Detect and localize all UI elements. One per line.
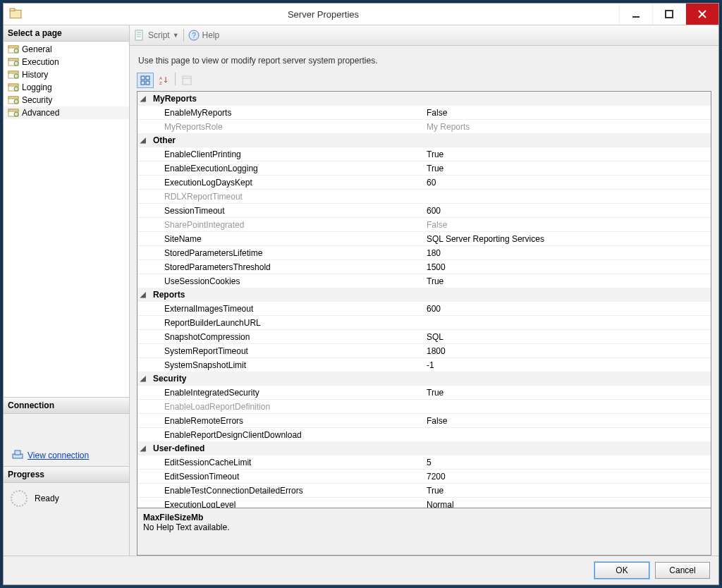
property-group[interactable]: ◢Other: [137, 133, 711, 147]
svg-point-23: [14, 112, 18, 116]
collapse-caret-icon[interactable]: ◢: [137, 290, 149, 298]
property-value[interactable]: True: [425, 486, 711, 496]
property-name: StoredParametersThreshold: [149, 262, 425, 272]
property-row[interactable]: EnableReportDesignClientDownload: [137, 427, 711, 441]
svg-text:Z: Z: [159, 81, 162, 85]
property-pages-button[interactable]: [178, 73, 195, 88]
property-row[interactable]: ExecutionLogLevelNormal: [137, 497, 711, 508]
property-group[interactable]: ◢Reports: [137, 288, 711, 301]
property-row[interactable]: EnableRemoteErrorsFalse: [137, 413, 711, 427]
property-row[interactable]: ReportBuilderLaunchURL: [137, 315, 711, 329]
categorized-button[interactable]: [137, 73, 154, 88]
alphabetical-button[interactable]: AZ: [155, 73, 172, 88]
property-value[interactable]: True: [425, 276, 711, 286]
page-item-history[interactable]: History: [4, 68, 129, 81]
property-value[interactable]: False: [425, 416, 711, 426]
minimize-button[interactable]: [619, 4, 652, 25]
property-value[interactable]: -1: [425, 360, 711, 370]
property-row[interactable]: UseSessionCookiesTrue: [137, 274, 711, 288]
page-item-logging[interactable]: Logging: [4, 81, 129, 94]
collapse-caret-icon[interactable]: ◢: [137, 374, 149, 382]
property-row[interactable]: SessionTimeout600: [137, 203, 711, 217]
script-label: Script: [148, 30, 170, 40]
property-name: SharePointIntegrated: [149, 220, 425, 230]
svg-rect-26: [135, 30, 142, 40]
help-button[interactable]: ? Help: [188, 30, 220, 41]
page-icon: [8, 95, 19, 105]
property-row[interactable]: EditSessionCacheLimit5: [137, 455, 711, 469]
progress-spinner-icon: [11, 490, 27, 507]
close-button[interactable]: [685, 4, 718, 25]
property-row[interactable]: StoredParametersThreshold1500: [137, 259, 711, 274]
property-row[interactable]: SystemReportTimeout1800: [137, 343, 711, 357]
property-row[interactable]: EditSessionTimeout7200: [137, 469, 711, 483]
property-value[interactable]: 60: [425, 178, 711, 188]
property-value[interactable]: False: [425, 108, 711, 118]
property-row[interactable]: EnableExecutionLoggingTrue: [137, 161, 711, 175]
svg-point-11: [14, 61, 18, 66]
property-group[interactable]: ◢Security: [137, 372, 711, 385]
server-properties-dialog: Server Properties Select a page GeneralE…: [3, 3, 719, 585]
property-group[interactable]: ◢MyReports: [137, 92, 711, 105]
property-value[interactable]: SQL: [425, 332, 711, 342]
window-controls: [619, 4, 718, 25]
property-value[interactable]: True: [425, 149, 711, 159]
svg-point-20: [14, 99, 18, 104]
property-value[interactable]: SQL Server Reporting Services: [425, 234, 711, 244]
right-pane: Script ▼ ? Help Use this page to view or…: [130, 25, 718, 556]
property-name: UseSessionCookies: [149, 276, 425, 286]
property-row[interactable]: RDLXReportTimeout: [137, 189, 711, 203]
collapse-caret-icon[interactable]: ◢: [137, 444, 149, 452]
collapse-caret-icon[interactable]: ◢: [137, 136, 149, 144]
property-value[interactable]: 1500: [425, 262, 711, 272]
property-value[interactable]: 1800: [425, 346, 711, 356]
group-name: User-defined: [149, 443, 414, 453]
cancel-button[interactable]: Cancel: [655, 562, 710, 579]
property-row[interactable]: ExternalImagesTimeout600: [137, 301, 711, 315]
property-value[interactable]: True: [425, 388, 711, 398]
property-row[interactable]: StoredParametersLifetime180: [137, 245, 711, 259]
page-item-label: Execution: [22, 57, 59, 67]
property-name: EnableReportDesignClientDownload: [149, 430, 425, 440]
property-value[interactable]: 7200: [425, 472, 711, 482]
page-item-advanced[interactable]: Advanced: [4, 106, 129, 119]
progress-status: Ready: [35, 494, 59, 503]
collapse-caret-icon[interactable]: ◢: [137, 94, 149, 102]
page-item-execution[interactable]: Execution: [4, 56, 129, 68]
property-row[interactable]: MyReportsRoleMy Reports: [137, 119, 711, 133]
svg-rect-16: [8, 84, 18, 86]
property-row[interactable]: SnapshotCompressionSQL: [137, 329, 711, 343]
page-icon: [8, 44, 19, 54]
property-row[interactable]: SharePointIntegratedFalse: [137, 217, 711, 231]
property-value[interactable]: 180: [425, 248, 711, 258]
property-row[interactable]: EnableMyReportsFalse: [137, 105, 711, 119]
property-group[interactable]: ◢User-defined: [137, 441, 711, 455]
property-row[interactable]: ExecutionLogDaysKept60: [137, 175, 711, 189]
page-item-general[interactable]: General: [4, 43, 129, 56]
property-row[interactable]: EnableLoadReportDefinition: [137, 399, 711, 413]
property-row[interactable]: SystemSnapshotLimit-1: [137, 357, 711, 372]
property-grid[interactable]: ◢MyReportsEnableMyReportsFalseMyReportsR…: [137, 91, 711, 508]
page-item-security[interactable]: Security: [4, 94, 129, 106]
property-value[interactable]: Normal: [425, 500, 711, 509]
property-value[interactable]: My Reports: [425, 122, 711, 132]
property-row[interactable]: SiteNameSQL Server Reporting Services: [137, 231, 711, 245]
svg-text:?: ?: [192, 32, 196, 39]
property-value[interactable]: 600: [425, 206, 711, 216]
page-item-label: History: [22, 70, 48, 80]
property-row[interactable]: EnableIntegratedSecurityTrue: [137, 385, 711, 399]
dialog-footer: OK Cancel: [4, 556, 718, 584]
property-name: SnapshotCompression: [149, 332, 425, 342]
property-value[interactable]: False: [425, 220, 711, 230]
property-value[interactable]: 600: [425, 304, 711, 314]
property-value[interactable]: 5: [425, 458, 711, 467]
svg-text:A: A: [159, 76, 162, 80]
property-row[interactable]: EnableTestConnectionDetailedErrorsTrue: [137, 483, 711, 497]
view-connection-link[interactable]: View connection: [27, 451, 89, 460]
ok-button[interactable]: OK: [594, 562, 649, 579]
property-value[interactable]: True: [425, 164, 711, 173]
property-row[interactable]: EnableClientPrintingTrue: [137, 147, 711, 161]
page-item-label: Security: [22, 95, 52, 105]
script-button[interactable]: Script ▼: [134, 30, 179, 41]
maximize-button[interactable]: [652, 4, 685, 25]
